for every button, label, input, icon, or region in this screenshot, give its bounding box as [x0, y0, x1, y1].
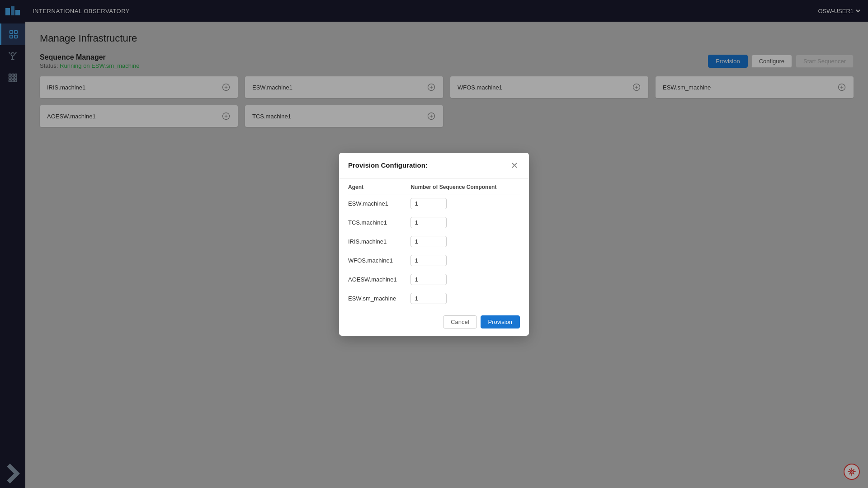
- count-cell: [407, 289, 520, 308]
- agent-name: TCS.machine1: [348, 213, 407, 232]
- table-row: WFOS.machine1: [348, 251, 520, 270]
- sequence-count-input[interactable]: [410, 236, 447, 247]
- modal-footer: Cancel Provision: [339, 308, 529, 336]
- col-count-header: Number of Sequence Component: [407, 178, 520, 194]
- modal-body: Agent Number of Sequence Component ESW.m…: [339, 178, 529, 308]
- sequence-count-input[interactable]: [410, 255, 447, 266]
- count-cell: [407, 251, 520, 270]
- agent-name: AOESW.machine1: [348, 270, 407, 289]
- agent-name: ESW.sm_machine: [348, 289, 407, 308]
- provision-modal: Provision Configuration: Agent Number of…: [339, 153, 529, 336]
- table-row: TCS.machine1: [348, 213, 520, 232]
- table-row: ESW.machine1: [348, 194, 520, 213]
- count-cell: [407, 194, 520, 213]
- sequence-count-input[interactable]: [410, 217, 447, 228]
- provision-table: Agent Number of Sequence Component ESW.m…: [348, 178, 520, 308]
- sequence-count-input[interactable]: [410, 198, 447, 209]
- modal-title: Provision Configuration:: [348, 161, 428, 169]
- agent-name: WFOS.machine1: [348, 251, 407, 270]
- sequence-count-input[interactable]: [410, 274, 447, 285]
- sequence-count-input[interactable]: [410, 293, 447, 304]
- agent-name: IRIS.machine1: [348, 232, 407, 251]
- cancel-button[interactable]: Cancel: [443, 315, 476, 328]
- table-row: AOESW.machine1: [348, 270, 520, 289]
- agent-name: ESW.machine1: [348, 194, 407, 213]
- modal-header: Provision Configuration:: [339, 153, 529, 178]
- count-cell: [407, 213, 520, 232]
- count-cell: [407, 232, 520, 251]
- table-row: IRIS.machine1: [348, 232, 520, 251]
- modal-provision-button[interactable]: Provision: [481, 315, 520, 328]
- modal-overlay: Provision Configuration: Agent Number of…: [0, 0, 868, 488]
- table-row: ESW.sm_machine: [348, 289, 520, 308]
- modal-close-button[interactable]: [509, 160, 520, 171]
- col-agent-header: Agent: [348, 178, 407, 194]
- count-cell: [407, 270, 520, 289]
